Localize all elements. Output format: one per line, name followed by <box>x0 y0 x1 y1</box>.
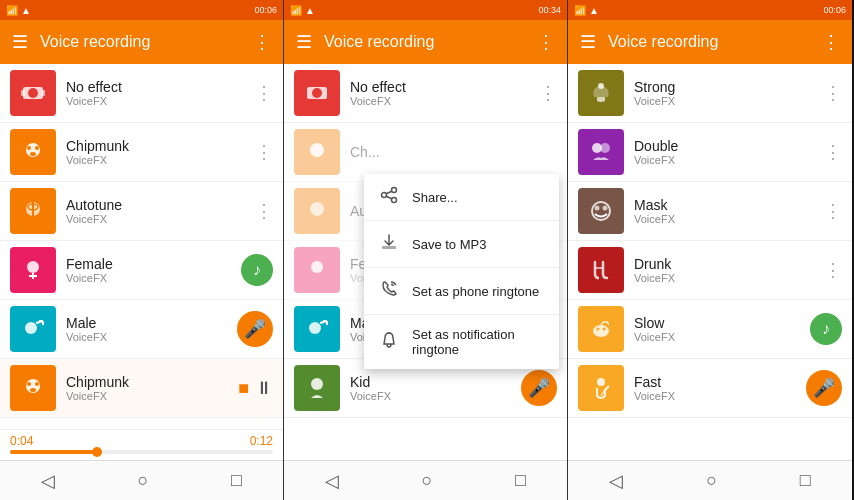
thumb-slow-3 <box>578 306 624 352</box>
svg-point-43 <box>595 206 600 211</box>
back-btn-2[interactable]: ◁ <box>325 470 339 492</box>
app-bar-3: ☰ Voice recording ⋮ <box>568 20 852 64</box>
panel-2: 📶 ▲ 00:34 ☰ Voice recording ⋮ No effect … <box>284 0 568 500</box>
list-1: No effect VoiceFX ⋮ Chipmunk VoiceFX ⋮ A… <box>0 64 283 429</box>
svg-point-33 <box>382 193 387 198</box>
more-menu-1[interactable]: ⋮ <box>253 31 271 53</box>
dropdown-ringtone-label: Set as phone ringtone <box>412 284 539 299</box>
list-item-female-1[interactable]: Female VoiceFX ♪ <box>0 241 283 300</box>
status-bar-1: 📶 ▲ 00:06 <box>0 0 283 20</box>
thumb-female-1 <box>10 247 56 293</box>
hamburger-menu-3[interactable]: ☰ <box>580 31 596 53</box>
home-btn-1[interactable]: ○ <box>138 470 149 491</box>
more-no-effect-1[interactable]: ⋮ <box>255 82 273 104</box>
thumb-female-2 <box>294 247 340 293</box>
signal-icon: 📶 <box>6 5 18 16</box>
svg-point-41 <box>600 143 610 153</box>
status-icons-left-2: 📶 ▲ <box>290 5 315 16</box>
svg-point-32 <box>392 188 397 193</box>
dropdown-notification[interactable]: Set as notification ringtone <box>364 315 559 369</box>
more-menu-3[interactable]: ⋮ <box>822 31 840 53</box>
dropdown-ringtone[interactable]: Set as phone ringtone <box>364 268 559 315</box>
more-mask-3[interactable]: ⋮ <box>824 200 842 222</box>
list-item-autotune-1[interactable]: Autotune VoiceFX ⋮ <box>0 182 283 241</box>
status-time-3: 00:06 <box>823 5 846 15</box>
dropdown-share-label: Share... <box>412 190 458 205</box>
progress-fill-1 <box>10 450 97 454</box>
list-item-chipmunk2-1[interactable]: Chipmunk VoiceFX ■ ⏸ <box>0 359 283 418</box>
play-slow-3[interactable]: ♪ <box>810 313 842 345</box>
back-btn-3[interactable]: ◁ <box>609 470 623 492</box>
list-item-no-effect-1[interactable]: No effect VoiceFX ⋮ <box>0 64 283 123</box>
item-title-strong-3: Strong <box>634 79 824 95</box>
recents-btn-2[interactable]: □ <box>515 470 526 491</box>
list-item-no-effect-2[interactable]: No effect VoiceFX ⋮ <box>284 64 567 123</box>
more-drunk-3[interactable]: ⋮ <box>824 259 842 281</box>
hamburger-menu-2[interactable]: ☰ <box>296 31 312 53</box>
dropdown-notification-label: Set as notification ringtone <box>412 327 543 357</box>
app-title-1: Voice recording <box>40 33 241 51</box>
item-sub-no-effect-1: VoiceFX <box>66 95 255 107</box>
recents-btn-3[interactable]: □ <box>800 470 811 491</box>
more-menu-2[interactable]: ⋮ <box>537 31 555 53</box>
mic-fast-3[interactable]: 🎤 <box>806 370 842 406</box>
item-sub-kid-2: VoiceFX <box>350 390 515 402</box>
svg-point-20 <box>35 382 39 386</box>
svg-point-44 <box>603 206 608 211</box>
list-item-slow-3[interactable]: Slow VoiceFX ♪ <box>568 300 852 359</box>
app-title-3: Voice recording <box>608 33 810 51</box>
item-info-no-effect-2: No effect VoiceFX <box>350 79 539 107</box>
list-item-male-1[interactable]: Male VoiceFX 🎤 <box>0 300 283 359</box>
item-sub-drunk-3: VoiceFX <box>634 272 824 284</box>
more-autotune-1[interactable]: ⋮ <box>255 200 273 222</box>
list-item-drunk-3[interactable]: Drunk VoiceFX ⋮ <box>568 241 852 300</box>
item-title-kid-2: Kid <box>350 374 515 390</box>
more-strong-3[interactable]: ⋮ <box>824 82 842 104</box>
more-chipmunk-1[interactable]: ⋮ <box>255 141 273 163</box>
item-title-no-effect-2: No effect <box>350 79 539 95</box>
svg-point-6 <box>35 146 39 150</box>
item-info-no-effect-1: No effect VoiceFX <box>66 79 255 107</box>
wifi-icon-3: ▲ <box>589 5 599 16</box>
item-info-slow-3: Slow VoiceFX <box>634 315 804 343</box>
bottom-nav-2: ◁ ○ □ <box>284 460 567 500</box>
item-title-fast-3: Fast <box>634 374 800 390</box>
back-btn-1[interactable]: ◁ <box>41 470 55 492</box>
more-no-effect-2[interactable]: ⋮ <box>539 82 557 104</box>
status-bar-2: 📶 ▲ 00:34 <box>284 0 567 20</box>
item-info-mask-3: Mask VoiceFX <box>634 197 824 225</box>
recents-btn-1[interactable]: □ <box>231 470 242 491</box>
list-item-chipmunk-1[interactable]: Chipmunk VoiceFX ⋮ <box>0 123 283 182</box>
svg-rect-37 <box>382 246 396 249</box>
home-btn-3[interactable]: ○ <box>706 470 717 491</box>
dropdown-save[interactable]: Save to MP3 <box>364 221 559 268</box>
dropdown-share[interactable]: Share... <box>364 174 559 221</box>
more-double-3[interactable]: ⋮ <box>824 141 842 163</box>
item-info-autotune-1: Autotune VoiceFX <box>66 197 255 225</box>
thumb-fast-3 <box>578 365 624 411</box>
pause-btn-1[interactable]: ⏸ <box>255 378 273 399</box>
thumb-strong-3 <box>578 70 624 116</box>
svg-point-48 <box>603 328 606 331</box>
item-title-male-1: Male <box>66 315 231 331</box>
svg-point-21 <box>30 388 36 392</box>
item-info-male-1: Male VoiceFX <box>66 315 231 343</box>
mic-kid-2[interactable]: 🎤 <box>521 370 557 406</box>
item-sub-male-1: VoiceFX <box>66 331 231 343</box>
share-icon <box>380 186 398 208</box>
list-item-fast-3[interactable]: Fast VoiceFX 🎤 <box>568 359 852 418</box>
wifi-icon-2: ▲ <box>305 5 315 16</box>
stop-btn-1[interactable]: ■ <box>238 378 249 399</box>
hamburger-menu-1[interactable]: ☰ <box>12 31 28 53</box>
app-bar-2: ☰ Voice recording ⋮ <box>284 20 567 64</box>
list-item-double-3[interactable]: Double VoiceFX ⋮ <box>568 123 852 182</box>
mic-male-1[interactable]: 🎤 <box>237 311 273 347</box>
item-sub-strong-3: VoiceFX <box>634 95 824 107</box>
list-item-mask-3[interactable]: Mask VoiceFX ⋮ <box>568 182 852 241</box>
panel-1: 📶 ▲ 00:06 ☰ Voice recording ⋮ No effect … <box>0 0 284 500</box>
item-sub-fast-3: VoiceFX <box>634 390 800 402</box>
play-female-1[interactable]: ♪ <box>241 254 273 286</box>
home-btn-2[interactable]: ○ <box>422 470 433 491</box>
list-item-strong-3[interactable]: Strong VoiceFX ⋮ <box>568 64 852 123</box>
item-title-chipmunk-2: Ch... <box>350 144 557 160</box>
